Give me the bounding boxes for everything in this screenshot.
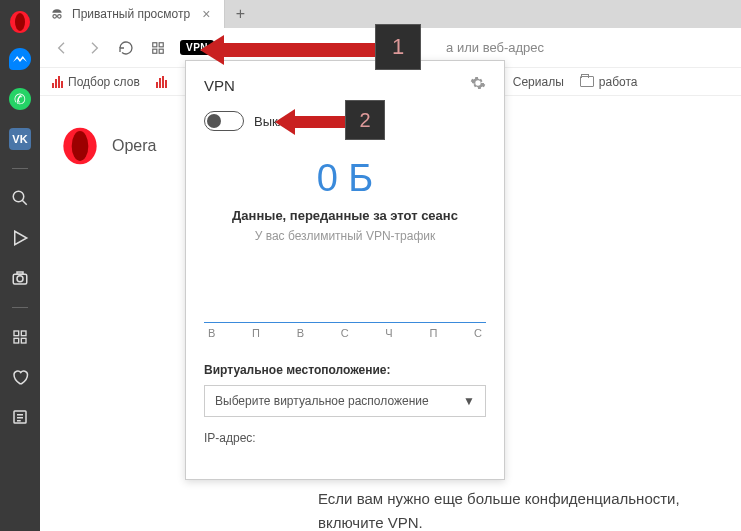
svg-rect-21: [153, 49, 157, 53]
messenger-icon[interactable]: [9, 48, 31, 70]
vpn-ip-label: IP-адрес:: [204, 431, 486, 445]
svg-marker-4: [15, 231, 27, 245]
svg-point-1: [15, 13, 25, 31]
svg-rect-19: [153, 42, 157, 46]
speed-dial-button[interactable]: [148, 38, 168, 58]
vpn-location-label: Виртуальное местоположение:: [204, 363, 486, 377]
address-hint: а или веб-адрес: [446, 40, 544, 55]
bookmark-label: Сериалы: [513, 75, 564, 89]
svg-rect-11: [21, 338, 26, 343]
vpn-day: В: [297, 327, 304, 339]
incognito-icon: [50, 7, 64, 21]
vpn-day: П: [252, 327, 260, 339]
vpn-popup-header: VPN: [204, 75, 486, 95]
opera-brand-text: Opera: [112, 137, 156, 155]
svg-point-24: [72, 131, 89, 161]
svg-rect-22: [159, 49, 163, 53]
search-icon[interactable]: [9, 187, 31, 209]
bookmark-serials[interactable]: Сериалы: [513, 75, 564, 89]
vpn-select-placeholder: Выберите виртуальное расположение: [215, 394, 429, 408]
svg-point-6: [17, 276, 23, 282]
svg-rect-8: [14, 331, 19, 336]
vpn-transferred-label: Данные, переданные за этот сеанс: [204, 208, 486, 223]
left-sidebar: ✆ VK: [0, 0, 40, 531]
opera-icon: [8, 10, 32, 34]
heart-icon[interactable]: [9, 366, 31, 388]
chevron-down-icon: ▼: [463, 394, 475, 408]
tab-title: Приватный просмотр: [72, 7, 190, 21]
speed-dial-icon[interactable]: [9, 326, 31, 348]
page-text-line: включите VPN.: [318, 514, 423, 531]
reload-button[interactable]: [116, 38, 136, 58]
whatsapp-icon[interactable]: ✆: [9, 88, 31, 110]
svg-line-3: [22, 200, 27, 205]
gear-icon[interactable]: [470, 75, 486, 95]
vpn-unlimited-label: У вас безлимитный VPN-трафик: [204, 229, 486, 243]
vpn-usage-graph: [204, 283, 486, 323]
bookmark-label: Подбор слов: [68, 75, 140, 89]
vpn-toggle[interactable]: [204, 111, 244, 131]
bars-icon: [52, 76, 63, 88]
svg-point-2: [13, 191, 24, 202]
svg-point-16: [53, 15, 57, 18]
svg-rect-10: [14, 338, 19, 343]
back-button[interactable]: [52, 38, 72, 58]
vpn-day: П: [429, 327, 437, 339]
bookmark-wordstat[interactable]: Подбор слов: [52, 75, 140, 89]
annotation-badge-1: 1: [375, 24, 421, 70]
bookmark-label: работа: [599, 75, 638, 89]
vpn-location-select[interactable]: Выберите виртуальное расположение ▼: [204, 385, 486, 417]
vpn-day: В: [208, 327, 215, 339]
annotation-badge-2: 2: [345, 100, 385, 140]
vpn-title: VPN: [204, 77, 235, 94]
vpn-days-row: В П В С Ч П С: [204, 327, 486, 339]
bookmark-unlabeled[interactable]: [156, 76, 167, 88]
vpn-badge[interactable]: VPN: [180, 40, 214, 55]
vpn-toggle-label: Выкл.: [254, 114, 289, 129]
vk-icon[interactable]: VK: [9, 128, 31, 150]
camera-icon[interactable]: [9, 267, 31, 289]
vpn-day: С: [474, 327, 482, 339]
bookmark-folder-work[interactable]: работа: [580, 75, 638, 89]
page-text-line: Если вам нужно еще больше конфиденциальн…: [318, 490, 680, 507]
sidebar-separator: [12, 168, 28, 169]
folder-icon: [580, 76, 594, 87]
vpn-data-counter: 0 Б: [204, 157, 486, 200]
svg-rect-20: [159, 42, 163, 46]
news-icon[interactable]: [9, 406, 31, 428]
svg-rect-7: [17, 272, 23, 274]
opera-logo-icon: [60, 126, 100, 166]
play-icon[interactable]: [9, 227, 31, 249]
svg-rect-9: [21, 331, 26, 336]
vpn-day: С: [341, 327, 349, 339]
forward-button[interactable]: [84, 38, 104, 58]
vpn-day: Ч: [385, 327, 392, 339]
svg-point-17: [58, 15, 62, 18]
tab-close-button[interactable]: ×: [198, 6, 214, 22]
tab-private-browsing[interactable]: Приватный просмотр ×: [40, 0, 225, 28]
sidebar-separator: [12, 307, 28, 308]
new-tab-button[interactable]: +: [225, 5, 255, 23]
bars-icon: [156, 76, 167, 88]
